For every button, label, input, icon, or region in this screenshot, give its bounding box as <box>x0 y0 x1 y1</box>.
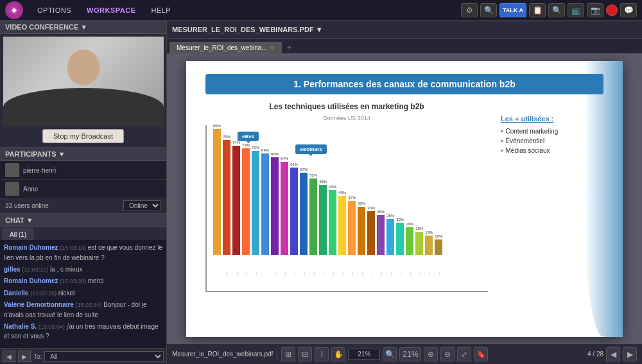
bar-group: 89%... <box>213 124 221 291</box>
chat-next-button[interactable]: ▶ <box>18 351 31 362</box>
settings-icon[interactable]: ⚙ <box>461 3 478 17</box>
chat-section: CHAT ▼ All (1) Romain Duhomez (15:03:10)… <box>0 214 166 364</box>
clipboard-icon[interactable]: 📋 <box>529 3 546 17</box>
chart-bar[interactable] <box>377 215 385 254</box>
doc-toolbar: Mesurer_le_ROI_des_webinars.pdf ⊞ ⊟ I ✋ … <box>167 343 642 364</box>
chat-to-select[interactable]: All Host <box>44 351 164 362</box>
zoom-out-icon[interactable]: ⊖ <box>440 347 455 361</box>
chart-bar[interactable] <box>329 190 336 254</box>
doc-tab-label: Mesurer_le_ROI_des_webina... <box>177 44 267 51</box>
chat-text: la , c mieux <box>50 266 83 273</box>
zoom-icon[interactable]: 🔍 <box>548 3 565 17</box>
menu-workspace[interactable]: WORKSPACE <box>80 4 142 17</box>
doc-tab-add-button[interactable]: + <box>283 42 295 53</box>
bar-category-label: ... <box>254 256 257 291</box>
participant-name: pierre-henri <box>23 167 161 174</box>
bar-group: 52%... <box>309 173 317 291</box>
bar-category-label: ... <box>427 256 431 291</box>
chart-bar[interactable] <box>242 148 250 255</box>
doc-titlebar: MESURER_LE_ROI_DES_WEBINARS.PDF ▼ <box>167 21 642 39</box>
bar-category-label: ... <box>417 256 421 291</box>
chart-bar[interactable] <box>319 185 327 255</box>
bullet-icon: • <box>501 128 503 135</box>
participants-header[interactable]: PARTICIPANTS ▼ <box>0 148 166 161</box>
chart-bar[interactable] <box>435 239 442 255</box>
chart-bar[interactable] <box>396 223 404 254</box>
chart-bar[interactable] <box>213 129 221 255</box>
bar-category-label: ... <box>408 256 412 291</box>
chart-bar[interactable] <box>415 232 423 255</box>
single-page-icon[interactable]: ⊟ <box>298 347 312 361</box>
prev-page-icon[interactable]: ◀ <box>606 347 620 361</box>
record-icon[interactable] <box>606 4 618 16</box>
bar-category-label: ... <box>388 256 392 291</box>
chat-time: (15:03:28) <box>30 290 58 297</box>
next-page-icon[interactable]: ▶ <box>623 347 637 361</box>
chart-bar[interactable] <box>300 173 308 255</box>
zoom-input[interactable] <box>348 349 380 360</box>
chart-bar[interactable] <box>358 207 365 255</box>
bar-value-label: 13% <box>425 230 433 234</box>
chat-time: (15:05:04) <box>39 324 67 330</box>
main-layout: VIDEO CONFERENCE ▼ Stop my Broadcast PAR… <box>0 21 642 364</box>
participant-name: Anne <box>23 186 161 193</box>
chat-time: (15:03:10) <box>60 245 88 251</box>
current-page: 4 <box>587 351 591 358</box>
chat-header[interactable]: CHAT ▼ <box>0 214 166 227</box>
chart-bar[interactable] <box>252 151 259 255</box>
chart-bar[interactable] <box>348 201 356 254</box>
chart-bar[interactable] <box>281 162 288 255</box>
chart-bar[interactable] <box>232 146 240 255</box>
chart-bar[interactable] <box>223 140 230 255</box>
chart-bar[interactable] <box>386 219 394 254</box>
search-pdf-icon[interactable]: 🔍 <box>383 347 397 361</box>
bar-group: 64%... <box>281 157 288 291</box>
video-section-header[interactable]: VIDEO CONFERENCE ▼ <box>0 21 166 34</box>
bar-value-label: 40% <box>338 191 346 195</box>
fit-icon[interactable]: ⤢ <box>457 347 471 361</box>
chart-bar[interactable] <box>290 168 298 255</box>
chart-bar[interactable] <box>406 227 413 255</box>
bar-category-label: ... <box>292 256 296 291</box>
bar-value-label: 16% <box>415 227 423 230</box>
chat-icon[interactable]: 💬 <box>620 3 637 17</box>
webcam-feed <box>3 37 164 126</box>
chart-bar[interactable] <box>367 211 375 255</box>
zoom-in-icon[interactable]: ⊕ <box>424 347 438 361</box>
doc-tab-active[interactable]: Mesurer_le_ROI_des_webina... ✕ <box>169 42 282 53</box>
doc-tab-close-icon[interactable]: ✕ <box>270 45 275 51</box>
bar-value-label: 57% <box>300 168 308 171</box>
bar-group: 66%... <box>271 152 279 290</box>
bar-group: 25%... <box>386 214 394 290</box>
chat-message: gilles (15:03:22) la , c mieux <box>4 264 162 275</box>
bullet-icon: • <box>501 147 503 154</box>
bar-group: 19%... <box>406 222 413 291</box>
bookmark-icon[interactable]: 🔖 <box>474 347 488 361</box>
camera-icon[interactable]: 📷 <box>587 3 603 17</box>
chat-prev-button[interactable]: ◀ <box>3 351 15 362</box>
screen-icon[interactable]: 📺 <box>568 3 584 17</box>
bar-group: 40%... <box>338 191 346 291</box>
thumbnail-icon[interactable]: ⊞ <box>281 347 295 361</box>
doc-filename: Mesurer_le_ROI_des_webinars.pdf <box>172 351 273 358</box>
chart-bar[interactable] <box>338 196 346 255</box>
bar-value-label: 44% <box>329 185 336 189</box>
chat-time: (15:03:54) <box>76 302 104 308</box>
chat-time: (15:03:26) <box>60 278 88 284</box>
chart-bar[interactable] <box>261 153 269 254</box>
search-icon[interactable]: 🔍 <box>480 3 497 17</box>
bar-value-label: 48% <box>319 180 327 184</box>
page-indicator: 4 / 28 <box>587 351 603 358</box>
stop-broadcast-button[interactable]: Stop my Broadcast <box>42 129 124 143</box>
chart-bar[interactable] <box>309 178 317 255</box>
status-select[interactable]: Online Away <box>123 200 161 211</box>
talk-button[interactable]: TALK A <box>499 3 526 17</box>
menu-options[interactable]: OPTIONS <box>31 4 78 17</box>
chart-bar[interactable] <box>271 157 279 254</box>
cursor-icon[interactable]: I <box>315 347 329 361</box>
bar-value-label: 10% <box>435 234 442 238</box>
menu-help[interactable]: HELP <box>144 4 177 17</box>
hand-icon[interactable]: ✋ <box>331 347 345 361</box>
chat-tab-all[interactable]: All (1) <box>3 229 33 240</box>
chart-bar[interactable] <box>425 236 433 255</box>
